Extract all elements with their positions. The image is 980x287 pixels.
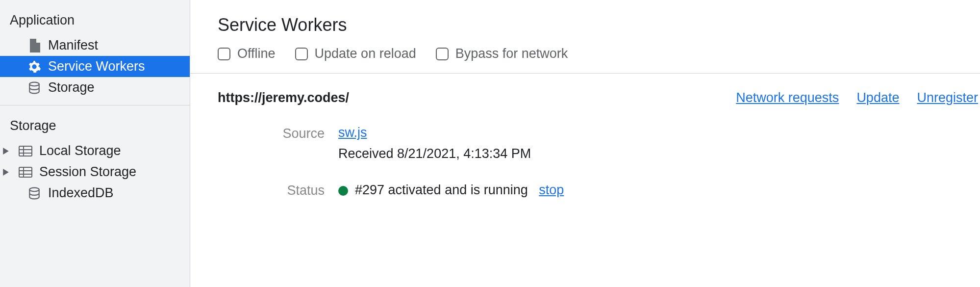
svg-rect-5 bbox=[19, 167, 32, 177]
svg-rect-1 bbox=[19, 146, 32, 156]
caret-right-icon bbox=[2, 147, 10, 155]
database-icon bbox=[27, 186, 41, 200]
update-on-reload-checkbox[interactable]: Update on reload bbox=[295, 46, 416, 61]
divider bbox=[0, 105, 190, 105]
checkbox-label: Bypass for network bbox=[455, 46, 568, 61]
sidebar-item-label: Manifest bbox=[48, 38, 98, 53]
stop-link[interactable]: stop bbox=[539, 183, 564, 197]
unregister-link[interactable]: Unregister bbox=[917, 90, 978, 105]
table-icon bbox=[19, 144, 32, 158]
offline-checkbox[interactable]: Offline bbox=[218, 46, 276, 61]
bypass-for-network-checkbox[interactable]: Bypass for network bbox=[436, 46, 568, 61]
sw-details: Source sw.js Received 8/21/2021, 4:13:34… bbox=[218, 125, 980, 198]
sidebar-item-label: Service Workers bbox=[48, 59, 145, 74]
main-panel: Service Workers Offline Update on reload… bbox=[190, 0, 980, 287]
gear-icon bbox=[27, 60, 41, 74]
svg-point-0 bbox=[29, 82, 39, 86]
network-requests-link[interactable]: Network requests bbox=[736, 90, 839, 105]
sw-registration: https://jeremy.codes/ Network requests U… bbox=[190, 74, 980, 198]
sw-action-links: Network requests Update Unregister bbox=[736, 90, 980, 105]
database-icon bbox=[27, 81, 41, 95]
page-title: Service Workers bbox=[190, 15, 980, 46]
sidebar-item-label: IndexedDB bbox=[48, 185, 114, 201]
table-icon bbox=[19, 165, 32, 179]
sidebar-item-indexeddb[interactable]: IndexedDB bbox=[0, 183, 190, 204]
status-text: #297 activated and is running bbox=[355, 183, 528, 197]
sw-origin: https://jeremy.codes/ bbox=[218, 90, 349, 105]
sidebar-item-local-storage[interactable]: Local Storage bbox=[0, 140, 190, 161]
source-row: Source sw.js Received 8/21/2021, 4:13:34… bbox=[218, 125, 980, 161]
checkbox-box-icon bbox=[218, 48, 230, 60]
sidebar-item-service-workers[interactable]: Service Workers bbox=[0, 56, 190, 77]
status-label: Status bbox=[218, 182, 338, 198]
sidebar-item-label: Storage bbox=[48, 80, 95, 95]
source-file-link[interactable]: sw.js bbox=[338, 125, 367, 140]
checkbox-box-icon bbox=[436, 48, 449, 60]
checkbox-label: Offline bbox=[237, 46, 276, 61]
status-dot-icon bbox=[338, 186, 348, 196]
section-header-application: Application bbox=[0, 9, 190, 35]
source-value: sw.js Received 8/21/2021, 4:13:34 PM bbox=[338, 125, 531, 161]
status-row: Status #297 activated and is running sto… bbox=[218, 182, 980, 198]
update-link[interactable]: Update bbox=[856, 90, 899, 105]
status-value: #297 activated and is running stop bbox=[338, 183, 564, 198]
sidebar-item-session-storage[interactable]: Session Storage bbox=[0, 161, 190, 183]
section-header-storage: Storage bbox=[0, 114, 190, 140]
sidebar: Application Manifest Service Workers Sto… bbox=[0, 0, 190, 287]
svg-point-9 bbox=[29, 187, 39, 191]
sidebar-item-manifest[interactable]: Manifest bbox=[0, 35, 190, 56]
checkbox-box-icon bbox=[295, 48, 308, 60]
received-text: Received 8/21/2021, 4:13:34 PM bbox=[338, 146, 531, 161]
sidebar-item-label: Local Storage bbox=[39, 143, 121, 158]
sidebar-item-label: Session Storage bbox=[39, 164, 136, 180]
checkbox-label: Update on reload bbox=[315, 46, 416, 61]
sidebar-item-storage[interactable]: Storage bbox=[0, 77, 190, 98]
caret-right-icon bbox=[2, 168, 10, 176]
sw-header-row: https://jeremy.codes/ Network requests U… bbox=[218, 90, 980, 105]
file-icon bbox=[27, 39, 41, 52]
sw-options-row: Offline Update on reload Bypass for netw… bbox=[190, 46, 980, 74]
source-label: Source bbox=[218, 125, 338, 141]
